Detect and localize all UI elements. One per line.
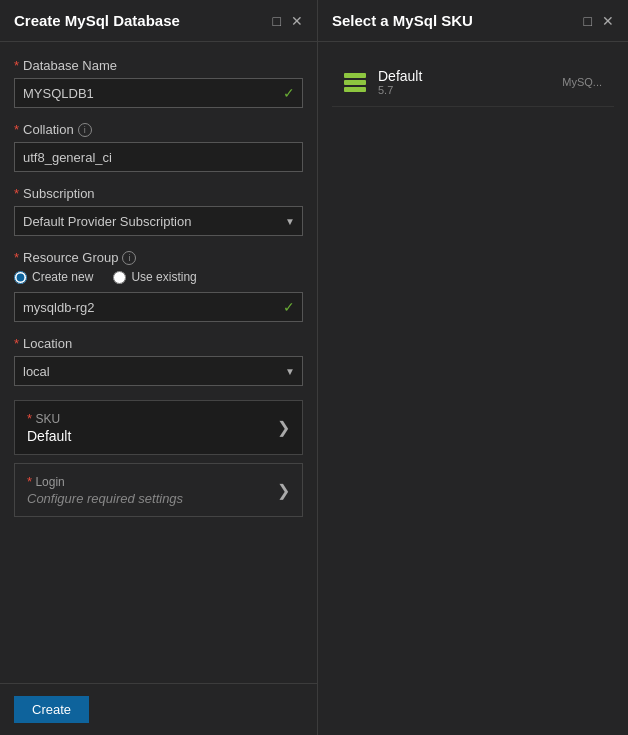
login-row-content: * Login Configure required settings — [27, 474, 183, 506]
resource-group-check-icon: ✓ — [283, 299, 295, 315]
collation-input-wrapper — [14, 142, 303, 172]
login-row-label-row: * Login — [27, 474, 183, 489]
resource-group-input[interactable] — [14, 292, 303, 322]
left-panel-body: * Database Name ✓ * Collation i * Subs — [0, 42, 317, 683]
collation-info-icon[interactable]: i — [78, 123, 92, 137]
left-panel-footer: Create — [0, 683, 317, 735]
resource-group-label-row: * Resource Group i — [14, 250, 303, 265]
select-sku-panel: Select a MySql SKU □ ✕ Default 5.7 MySQ.… — [318, 0, 628, 735]
left-panel-header: Create MySql Database □ ✕ — [0, 0, 317, 42]
close-icon[interactable]: ✕ — [291, 14, 303, 28]
database-name-group: * Database Name ✓ — [14, 58, 303, 108]
login-section-row[interactable]: * Login Configure required settings ❯ — [14, 463, 303, 517]
location-label: Location — [23, 336, 72, 351]
use-existing-radio[interactable] — [113, 271, 126, 284]
collation-label-row: * Collation i — [14, 122, 303, 137]
resource-group-required: * — [14, 250, 19, 265]
database-name-label: Database Name — [23, 58, 117, 73]
create-new-label: Create new — [32, 270, 93, 284]
resource-group-radio-group: Create new Use existing — [14, 270, 303, 284]
use-existing-radio-label[interactable]: Use existing — [113, 270, 196, 284]
sku-row-content: * SKU Default — [27, 411, 71, 444]
create-new-radio-label[interactable]: Create new — [14, 270, 93, 284]
location-required: * — [14, 336, 19, 351]
subscription-required: * — [14, 186, 19, 201]
right-header-actions: □ ✕ — [584, 14, 614, 28]
sku-icon-bar-1 — [344, 73, 366, 78]
right-panel-body: Default 5.7 MySQ... — [318, 42, 628, 735]
database-name-label-row: * Database Name — [14, 58, 303, 73]
subscription-group: * Subscription Default Provider Subscrip… — [14, 186, 303, 236]
sku-list-item[interactable]: Default 5.7 MySQ... — [332, 58, 614, 107]
subscription-label: Subscription — [23, 186, 95, 201]
login-configure-text: Configure required settings — [27, 491, 183, 506]
collation-group: * Collation i — [14, 122, 303, 172]
resource-group-input-wrapper: ✓ — [14, 292, 303, 322]
resource-group-label: Resource Group — [23, 250, 118, 265]
database-name-check-icon: ✓ — [283, 85, 295, 101]
resource-group-group: * Resource Group i Create new Use existi… — [14, 250, 303, 322]
login-group: * Login Configure required settings ❯ — [14, 463, 303, 517]
sku-icon-bar-3 — [344, 87, 366, 92]
sku-value: Default — [27, 428, 71, 444]
sku-item-version: 5.7 — [378, 84, 562, 96]
location-group: * Location local ▼ — [14, 336, 303, 386]
database-name-input[interactable] — [14, 78, 303, 108]
database-name-input-wrapper: ✓ — [14, 78, 303, 108]
login-chevron-icon: ❯ — [277, 481, 290, 500]
sku-item-info: Default 5.7 — [378, 68, 562, 96]
collation-label: Collation — [23, 122, 74, 137]
sku-group: * SKU Default ❯ — [14, 400, 303, 455]
sku-row-label-row: * SKU — [27, 411, 71, 426]
sku-icon-bar-2 — [344, 80, 366, 85]
subscription-label-row: * Subscription — [14, 186, 303, 201]
sku-label: SKU — [35, 412, 60, 426]
sku-item-name: Default — [378, 68, 562, 84]
login-label: Login — [35, 475, 64, 489]
subscription-select-wrapper: Default Provider Subscription ▼ — [14, 206, 303, 236]
right-minimize-icon[interactable]: □ — [584, 14, 592, 28]
sku-chevron-icon: ❯ — [277, 418, 290, 437]
right-close-icon[interactable]: ✕ — [602, 14, 614, 28]
subscription-select[interactable]: Default Provider Subscription — [14, 206, 303, 236]
collation-required: * — [14, 122, 19, 137]
resource-group-info-icon[interactable]: i — [122, 251, 136, 265]
create-button[interactable]: Create — [14, 696, 89, 723]
create-mysql-panel: Create MySql Database □ ✕ * Database Nam… — [0, 0, 318, 735]
create-new-radio[interactable] — [14, 271, 27, 284]
database-name-required: * — [14, 58, 19, 73]
sku-item-extra: MySQ... — [562, 76, 602, 88]
location-select-wrapper: local ▼ — [14, 356, 303, 386]
collation-input[interactable] — [14, 142, 303, 172]
location-label-row: * Location — [14, 336, 303, 351]
sku-required: * — [27, 411, 32, 426]
minimize-icon[interactable]: □ — [273, 14, 281, 28]
left-header-actions: □ ✕ — [273, 14, 303, 28]
login-row-inner: * Login Configure required settings ❯ — [15, 464, 302, 516]
use-existing-label: Use existing — [131, 270, 196, 284]
sku-row-inner: * SKU Default ❯ — [15, 401, 302, 454]
login-required: * — [27, 474, 32, 489]
location-select[interactable]: local — [14, 356, 303, 386]
sku-section-row[interactable]: * SKU Default ❯ — [14, 400, 303, 455]
left-panel-title: Create MySql Database — [14, 12, 180, 29]
sku-item-icon — [344, 73, 366, 92]
right-panel-header: Select a MySql SKU □ ✕ — [318, 0, 628, 42]
right-panel-title: Select a MySql SKU — [332, 12, 473, 29]
